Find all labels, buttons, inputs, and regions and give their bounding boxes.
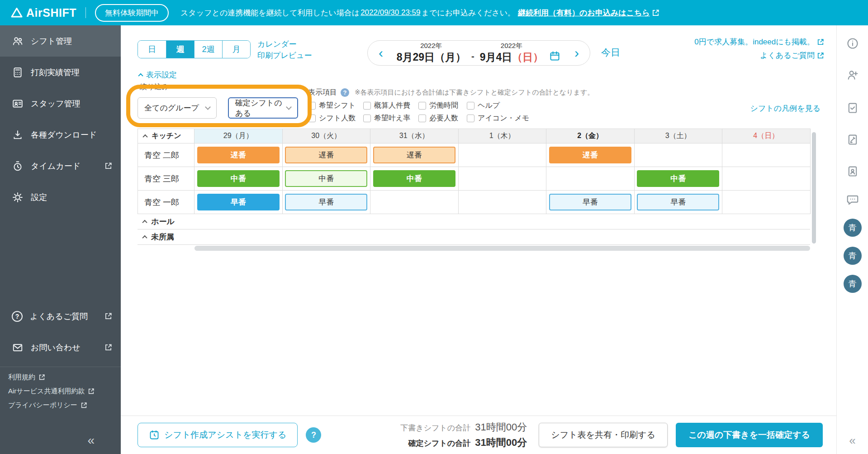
tab-day[interactable]: 日 [138, 41, 166, 58]
shift-filter-dropdown[interactable]: 確定シフトのある [228, 97, 298, 119]
shift-cell[interactable]: 早番 [634, 191, 722, 214]
checkbox-required-staff[interactable]: 必要人数 [418, 114, 467, 123]
next-week-chevron[interactable]: › [573, 46, 581, 60]
checkbox-box[interactable] [467, 102, 474, 110]
checkbox-box[interactable] [467, 115, 474, 122]
clipboard-check-icon[interactable] [846, 101, 859, 114]
calendar-icon[interactable] [549, 50, 561, 62]
legal-link-label: 利用規約 [8, 373, 35, 382]
checkbox-box[interactable] [418, 102, 426, 110]
shift-cell[interactable] [458, 191, 546, 214]
shift-cell[interactable] [722, 167, 811, 191]
shift-cell[interactable]: 早番 [282, 191, 370, 214]
shift-cell[interactable]: 中番 [194, 167, 283, 191]
display-settings-toggle[interactable]: 表示設定 [139, 70, 177, 80]
prev-week-chevron[interactable]: ‹ [377, 46, 385, 60]
staff-avatar[interactable]: 青 [844, 219, 862, 237]
sidebar-item-staff-management[interactable]: スタッフ管理 [0, 88, 121, 119]
privacy-policy-link[interactable]: プライバシーポリシー [8, 401, 121, 410]
tab-two-week[interactable]: 2週 [194, 41, 222, 58]
shift-pill[interactable]: 遅番 [197, 147, 280, 163]
clipboard-edit-icon[interactable] [846, 133, 859, 146]
shift-cell[interactable] [634, 143, 722, 167]
share-print-button[interactable]: シフト表を共有・印刷する [539, 423, 668, 447]
sidebar-item-contact[interactable]: お問い合わせ [0, 332, 121, 363]
help-icon[interactable]: ? [306, 427, 321, 443]
shift-cell[interactable]: 遅番 [194, 143, 283, 167]
checkbox-work-hours[interactable]: 労働時間 [418, 101, 467, 110]
shift-cell[interactable] [722, 143, 811, 167]
info-icon[interactable] [846, 37, 859, 50]
terms-link[interactable]: 利用規約 [8, 373, 121, 382]
shift-cell[interactable] [458, 143, 546, 167]
shift-pill[interactable]: 中番 [197, 170, 280, 187]
calendar-print-preview-link[interactable]: カレンダー 印刷プレビュー [257, 39, 312, 61]
paid-signup-link[interactable]: 継続利用（有料）のお申込みはこちら [518, 8, 659, 18]
tab-week[interactable]: 週 [166, 41, 194, 58]
clipboard-user-icon[interactable] [846, 165, 859, 177]
shift-cell[interactable]: 遅番 [282, 143, 370, 167]
day-header-sun: 4（日） [722, 129, 811, 143]
group-header-hall[interactable]: ホール [138, 214, 810, 229]
shift-cell[interactable]: 中番 [370, 167, 459, 191]
group-header-unassigned[interactable]: 未所属 [138, 229, 810, 245]
shift-assist-button[interactable]: シフト作成アシストを実行する [138, 423, 298, 447]
checkbox-shift-count[interactable]: シフト人数 [308, 114, 363, 123]
sidebar-collapse-button[interactable]: « [87, 433, 95, 448]
shift-cell[interactable]: 早番 [194, 191, 283, 214]
shift-cell[interactable]: 遅番 [370, 143, 459, 167]
checkbox-box[interactable] [418, 115, 426, 122]
shift-cell[interactable]: 中番 [282, 167, 370, 191]
sidebar-item-time-records[interactable]: 打刻実績管理 [0, 57, 121, 88]
staff-avatar[interactable]: 青 [844, 247, 862, 265]
sidebar-item-timecard[interactable]: タイムカード [0, 150, 121, 182]
shift-pill[interactable]: 中番 [285, 170, 367, 187]
shift-pill[interactable]: 遅番 [549, 147, 631, 163]
checkbox-icon-memo[interactable]: アイコン・メモ [467, 114, 529, 123]
shift-pill[interactable]: 早番 [549, 194, 631, 210]
shift-pill[interactable]: 中番 [373, 170, 455, 187]
group-filter-dropdown[interactable]: 全てのグループ [138, 97, 217, 119]
rail-collapse-button[interactable]: « [849, 434, 855, 448]
faq-top-link[interactable]: よくあるご質問 [694, 49, 824, 62]
checkbox-wish-rate[interactable]: 希望叶え率 [363, 114, 418, 123]
shift-pill[interactable]: 早番 [637, 194, 719, 210]
shift-cell[interactable]: 中番 [634, 167, 722, 191]
indeed-promo-link[interactable]: 0円で求人募集。indeedにも掲載。 [694, 35, 824, 49]
shift-cell[interactable] [370, 191, 459, 214]
shift-pill[interactable]: 遅番 [285, 147, 367, 163]
shift-cell[interactable] [722, 191, 811, 214]
shift-legend-link[interactable]: シフトの凡例を見る [750, 103, 821, 114]
shift-pill[interactable]: 早番 [285, 194, 367, 210]
sidebar-item-shift-management[interactable]: シフト管理 [0, 25, 121, 57]
add-person-icon[interactable] [846, 69, 859, 81]
shift-pill[interactable]: 中番 [637, 170, 719, 187]
checkbox-box[interactable] [363, 102, 371, 110]
shift-pill[interactable]: 早番 [197, 194, 280, 210]
shift-cell[interactable]: 早番 [546, 191, 635, 214]
tab-month[interactable]: 月 [222, 41, 250, 58]
horizontal-scrollbar[interactable] [194, 246, 810, 251]
sidebar-item-faq[interactable]: ? よくあるご質問 [0, 301, 121, 332]
group-header-kitchen[interactable]: キッチン [138, 129, 194, 143]
checkbox-desired-shift[interactable]: 希望シフト [308, 101, 363, 110]
shift-cell[interactable]: 遅番 [546, 143, 635, 167]
checkbox-box[interactable] [308, 115, 316, 122]
staff-avatar[interactable]: 青 [844, 275, 862, 293]
shift-cell[interactable] [546, 167, 635, 191]
checkbox-box[interactable] [308, 102, 316, 110]
today-link[interactable]: 今日 [601, 46, 620, 59]
external-link-icon [817, 53, 824, 59]
checkbox-help[interactable]: ヘルプ [467, 101, 500, 110]
sidebar-item-downloads[interactable]: 各種ダウンロード [0, 119, 121, 150]
help-icon[interactable]: ? [341, 88, 349, 97]
shift-pill[interactable]: 遅番 [373, 147, 455, 163]
confirm-week-button[interactable]: この週の下書きを一括確定する [676, 423, 823, 447]
checkbox-labor-cost[interactable]: 概算人件費 [363, 101, 418, 110]
vertical-scrollbar[interactable] [812, 132, 816, 244]
chat-bubble-icon[interactable] [846, 193, 859, 206]
shift-cell[interactable] [458, 167, 546, 191]
air-terms-link[interactable]: Airサービス共通利用約款 [8, 387, 121, 396]
checkbox-box[interactable] [363, 115, 371, 122]
sidebar-item-settings[interactable]: 設定 [0, 182, 121, 213]
